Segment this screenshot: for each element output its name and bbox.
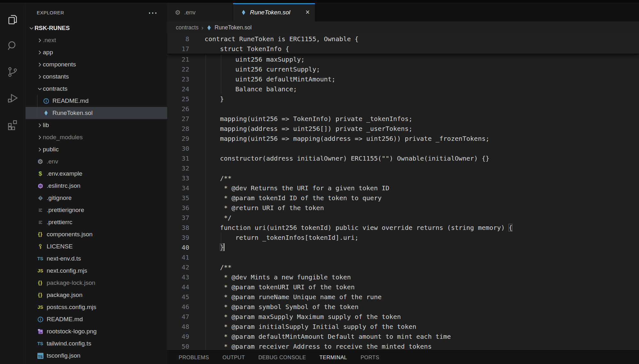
tree-file-next-config-mjs[interactable]: JSnext.config.mjs xyxy=(26,265,167,277)
code-line-37[interactable]: 37 */ xyxy=(167,213,639,223)
tab-runetoken-sol[interactable]: RuneToken.sol× xyxy=(233,3,315,21)
activity-extensions-button[interactable] xyxy=(0,111,25,137)
tree-file-readme-md[interactable]: README.md xyxy=(26,95,167,107)
code-line-23[interactable]: 23 uint256 defaultMintAmount; xyxy=(167,74,639,84)
tree-folder-components[interactable]: components xyxy=(26,58,167,71)
code-line-32[interactable]: 32 xyxy=(167,163,639,173)
tree-file-rootstock-logo-png[interactable]: rootstock-logo.png xyxy=(26,325,167,337)
code-line-29[interactable]: 29 mapping(uint256 => mapping(address =>… xyxy=(167,133,639,143)
code-line-46[interactable]: 46 * @param symbol Symbol of the token xyxy=(167,302,639,312)
tree-folder-constants[interactable]: constants xyxy=(26,71,167,83)
line-text: mapping(address => uint256[]) private _u… xyxy=(205,125,412,133)
code-line-31[interactable]: 31 constructor(address initialOwner) ERC… xyxy=(167,153,639,163)
sticky-line-8[interactable]: 8contract RuneToken is ERC1155, Ownable … xyxy=(167,34,639,44)
code-line-41[interactable]: 41 xyxy=(167,252,639,262)
braces-file-icon: {} xyxy=(36,279,44,287)
code-line-24[interactable]: 24 Balance balance; xyxy=(167,84,639,94)
tree-item-label: app xyxy=(43,49,53,56)
code-line-36[interactable]: 36 * @return URI of the token xyxy=(167,203,639,213)
tree-file-readme-md[interactable]: README.md xyxy=(26,313,167,325)
tree-file--prettierignore[interactable]: .prettierignore xyxy=(26,204,167,216)
line-text: uint256 maxSupply; xyxy=(205,56,305,63)
code-line-49[interactable]: 49 * @param defaultMintAmount Default am… xyxy=(167,331,639,341)
tree-file-package-lock-json[interactable]: {}package-lock.json xyxy=(26,277,167,289)
code-line-26[interactable]: 26 xyxy=(167,104,639,114)
code-line-48[interactable]: 48 * @param initialSupply Initial supply… xyxy=(167,322,639,331)
sticky-line-17[interactable]: 17 struct TokenInfo { xyxy=(167,44,639,54)
code-line-38[interactable]: 38 function uri(uint256 tokenId) public … xyxy=(167,223,639,232)
tree-file-runetoken-sol[interactable]: RuneToken.sol xyxy=(26,107,167,119)
panel-tab-output[interactable]: OUTPUT xyxy=(222,354,245,360)
code-line-39[interactable]: 39 return _tokenInfos[tokenId].uri; xyxy=(167,232,639,242)
tree-item-label: .prettierignore xyxy=(47,207,84,214)
code-line-45[interactable]: 45 * @param runeName Unique name of the … xyxy=(167,292,639,302)
code-line-50[interactable]: 50 * @param receiver Address to receive … xyxy=(167,341,639,350)
line-number: 25 xyxy=(167,95,189,103)
tree-file--env-example[interactable]: $.env.example xyxy=(26,168,167,180)
tree-item-label: components xyxy=(43,61,76,68)
sidebar-title: EXPLORER xyxy=(37,10,64,15)
code-line-22[interactable]: 22 uint256 currentSupply; xyxy=(167,64,639,74)
line-text: * @param receiver Address to receive the… xyxy=(205,343,432,350)
tree-file-tailwind-config-ts[interactable]: TStailwind.config.ts xyxy=(26,337,167,350)
tree-folder-contracts[interactable]: contracts xyxy=(26,83,167,95)
activity-run-debug-button[interactable] xyxy=(0,85,25,111)
explorer-sidebar: EXPLORER ⋯ RSK-RUNES.nextappcomponentsco… xyxy=(26,3,167,364)
tree-item-label: package-lock.json xyxy=(47,279,95,286)
tree-folder-app[interactable]: app xyxy=(26,46,167,58)
line-text: * @param tokenURI URI of the token xyxy=(205,283,355,291)
tree-file--gitignore[interactable]: .gitignore xyxy=(26,192,167,204)
tree-file-tsconfig-json[interactable]: TStsconfig.json xyxy=(26,350,167,362)
close-icon[interactable]: × xyxy=(306,9,310,16)
panel-tab-debug-console[interactable]: DEBUG CONSOLE xyxy=(258,354,306,360)
code-line-27[interactable]: 27 mapping(uint256 => TokenInfo) private… xyxy=(167,114,639,124)
tree-file-postcss-config-mjs[interactable]: JSpostcss.config.mjs xyxy=(26,301,167,313)
more-actions-icon[interactable]: ⋯ xyxy=(148,11,158,15)
solidity-icon xyxy=(206,25,212,31)
line-number: 33 xyxy=(167,174,189,182)
code-line-30[interactable]: 30 xyxy=(167,143,639,153)
tree-file--eslintrc-json[interactable]: .eslintrc.json xyxy=(26,180,167,192)
code-line-40[interactable]: 40 } xyxy=(167,242,639,252)
tree-item-label: postcss.config.mjs xyxy=(47,304,96,311)
line-number: 43 xyxy=(167,273,189,281)
code-line-43[interactable]: 43 * @dev Mints a new fungible token xyxy=(167,272,639,282)
tree-file--env[interactable]: ⚙.env xyxy=(26,155,167,168)
code-line-25[interactable]: 25 } xyxy=(167,94,639,104)
editor-group: ⚙.envRuneToken.sol× contracts›RuneToken.… xyxy=(167,3,639,364)
code-line-47[interactable]: 47 * @param maxSupply Maximum supply of … xyxy=(167,312,639,322)
activity-explorer-button[interactable] xyxy=(0,6,25,33)
image-file-icon xyxy=(36,328,44,335)
code-line-42[interactable]: 42 /** xyxy=(167,262,639,272)
activity-search-button[interactable] xyxy=(0,33,25,59)
panel-tab-ports[interactable]: PORTS xyxy=(361,354,379,360)
tab--env[interactable]: ⚙.env xyxy=(167,3,233,21)
code-line-28[interactable]: 28 mapping(address => uint256[]) private… xyxy=(167,124,639,133)
tree-item-label: constants xyxy=(43,73,69,80)
tree-file-license[interactable]: LICENSE xyxy=(26,240,167,253)
tree-folder-public[interactable]: public xyxy=(26,143,167,155)
code-line-34[interactable]: 34 * @dev Returns the URI for a given to… xyxy=(167,183,639,193)
line-number: 21 xyxy=(167,56,189,63)
code-line-44[interactable]: 44 * @param tokenURI URI of the token xyxy=(167,282,639,292)
panel-tab-terminal[interactable]: TERMINAL xyxy=(319,354,347,360)
chevron-right-icon xyxy=(36,49,43,56)
breadcrumb-item-runetoken-sol[interactable]: RuneToken.sol xyxy=(206,24,252,31)
tree-folder-rsk-runes[interactable]: RSK-RUNES xyxy=(26,22,167,34)
tree-file-next-env-d-ts[interactable]: TSnext-env.d.ts xyxy=(26,253,167,265)
code-editor[interactable]: 8contract RuneToken is ERC1155, Ownable … xyxy=(167,34,639,350)
tree-folder-lib[interactable]: lib xyxy=(26,119,167,131)
panel-tab-problems[interactable]: PROBLEMS xyxy=(179,354,209,360)
tree-folder-node-modules[interactable]: node_modules xyxy=(26,131,167,143)
tree-item-label: lib xyxy=(43,122,49,129)
tree-file--prettierrc[interactable]: .prettierrc xyxy=(26,216,167,228)
activity-source-control-button[interactable] xyxy=(0,59,25,85)
code-line-21[interactable]: 21 uint256 maxSupply; xyxy=(167,54,639,64)
code-line-33[interactable]: 33 /** xyxy=(167,173,639,183)
tree-folder--next[interactable]: .next xyxy=(26,34,167,46)
tree-file-components-json[interactable]: {}components.json xyxy=(26,228,167,240)
line-text: * @param symbol Symbol of the token xyxy=(205,303,359,311)
code-line-35[interactable]: 35 * @param tokenId ID of the token to q… xyxy=(167,193,639,203)
breadcrumb-item-contracts[interactable]: contracts xyxy=(176,24,199,31)
tree-file-package-json[interactable]: {}package.json xyxy=(26,289,167,301)
